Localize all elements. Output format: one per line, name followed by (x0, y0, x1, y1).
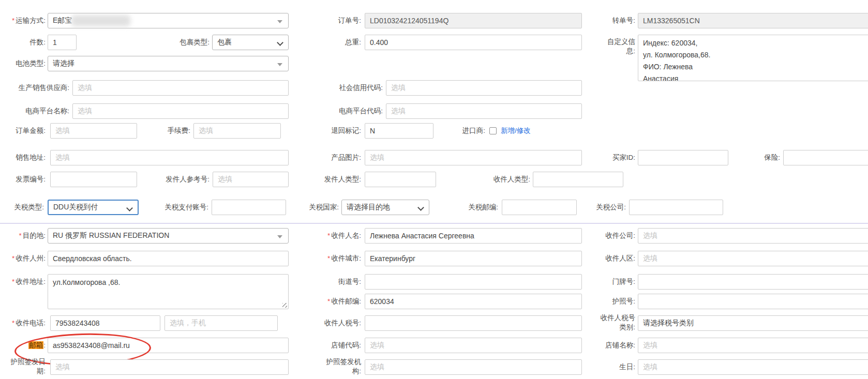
platform-name-input[interactable]: 选填 (72, 103, 289, 119)
importer-checkbox[interactable] (489, 127, 497, 134)
shipping-order-form: *运输方式: E邮宝 订单号: LD0103242124051194Q 转单号:… (0, 0, 868, 379)
house-no-label: 门牌号: (590, 274, 635, 290)
shop-code-input[interactable]: 选填 (365, 338, 582, 353)
invoice-no-label: 发票编号: (0, 172, 46, 187)
receiver-company-label: 收件公司: (590, 228, 635, 244)
passport-no-label: 护照号: (590, 294, 635, 309)
total-weight-input[interactable]: 0.400 (365, 35, 582, 50)
handling-fee-input[interactable]: 选填 (193, 123, 281, 139)
battery-type-select[interactable]: 请选择 (48, 56, 289, 71)
dropdown-arrow-icon (277, 63, 282, 66)
sender-type-input[interactable] (365, 172, 436, 187)
buyer-id-label: 买家ID: (590, 150, 635, 165)
receiver-name-label: *收件人名: (290, 228, 361, 244)
receiver-tax-type-select[interactable]: 请选择税号类别 (638, 315, 868, 331)
order-no-input[interactable]: LD0103242124051194Q (365, 13, 582, 28)
receiver-tax-no-input[interactable] (365, 315, 582, 331)
sender-ref-no-input[interactable]: 选填 (213, 172, 289, 187)
pieces-input[interactable]: 1 (48, 35, 77, 50)
required-star: * (19, 232, 21, 239)
duty-country-label: 关税国家: (287, 200, 339, 215)
required-star: * (327, 232, 330, 239)
receiver-company-input[interactable]: 选填 (638, 228, 868, 244)
duty-type-label: 关税类型: (0, 200, 44, 215)
insurance-label: 保险: (735, 150, 780, 165)
destination-select[interactable]: RU 俄罗斯 RUSSIAN FEDERATION (48, 228, 289, 244)
street-no-input[interactable] (365, 274, 582, 290)
buyer-id-input[interactable] (638, 150, 728, 165)
receiver-state-input[interactable]: Свердловская область. (48, 251, 289, 266)
dropdown-arrow-icon (277, 235, 282, 238)
return-flag-label: 退回标记: (290, 123, 361, 139)
select-chevron-icon (417, 204, 424, 211)
receiver-type-input[interactable] (533, 172, 623, 187)
shop-name-input[interactable]: 选填 (638, 338, 868, 353)
passport-issue-date-input[interactable]: 选填 (50, 359, 289, 375)
receiver-mobile-input[interactable]: 选填，手机 (164, 315, 278, 331)
duty-country-select[interactable]: 请选择目的地 (341, 200, 429, 215)
receiver-zip-label: *收件邮编: (290, 294, 361, 309)
social-credit-code-label: 社会信用代码: (290, 80, 383, 96)
shop-code-label: 店铺代码: (290, 338, 361, 353)
platform-code-label: 电商平台代码: (290, 103, 383, 119)
receiver-address-textarea[interactable]: ул.Колмогорова ,68. (48, 274, 289, 309)
duty-pay-account-input[interactable] (212, 200, 286, 215)
transfer-no-label: 转单号: (590, 13, 635, 28)
importer-label: 进口商: (440, 123, 485, 139)
shop-name-label: 店铺名称: (590, 338, 635, 353)
sales-address-input[interactable]: 选填 (50, 150, 289, 165)
custom-info-textarea[interactable]: Индекс: 620034, ул. Колмогорова,68. ФИО:… (638, 35, 868, 81)
section-divider (0, 223, 868, 224)
receiver-zip-input[interactable]: 620034 (365, 294, 582, 309)
manufacturer-input[interactable]: 选填 (72, 80, 289, 96)
receiver-district-label: 收件人区: (590, 251, 635, 266)
order-amount-label: 订单金额: (0, 123, 46, 139)
manufacturer-label: 生产销售供应商: (0, 80, 69, 96)
duty-zip-label: 关税邮编: (429, 200, 498, 215)
required-star: * (12, 17, 14, 24)
receiver-city-input[interactable]: Екатеринбург (365, 251, 582, 266)
product-image-input[interactable]: 选填 (365, 150, 582, 165)
insurance-input[interactable] (783, 150, 868, 165)
package-type-select[interactable]: 包裹 (212, 35, 289, 50)
required-star: * (327, 297, 330, 305)
birthday-input[interactable]: 选填 (638, 359, 868, 375)
passport-issuer-label: 护照签发机构: (290, 357, 361, 376)
street-no-label: 街道号: (290, 274, 361, 290)
receiver-city-label: *收件城市: (290, 251, 361, 266)
social-credit-code-input[interactable]: 选填 (386, 80, 582, 96)
required-star: * (12, 254, 14, 262)
receiver-phone-input[interactable]: 79538243408 (50, 315, 160, 331)
sales-address-label: 销售地址: (0, 150, 46, 165)
order-amount-input[interactable]: 选填 (50, 123, 137, 139)
destination-label: *目的地: (0, 228, 46, 244)
passport-no-input[interactable] (638, 294, 868, 309)
receiver-state-label: *收件人州: (0, 251, 46, 266)
passport-issuer-input[interactable]: 选填 (365, 359, 582, 375)
redaction-blur (71, 15, 130, 26)
duty-company-label: 关税公司: (564, 200, 626, 215)
platform-code-input[interactable]: 选填 (386, 103, 582, 119)
email-input[interactable]: as9538243408@mail.ru (48, 338, 289, 353)
passport-issue-date-label: 护照签发日期: (0, 357, 46, 376)
resize-handle[interactable] (282, 303, 287, 308)
dropdown-arrow-icon (277, 20, 282, 23)
house-no-input[interactable] (638, 274, 868, 290)
product-image-label: 产品图片: (290, 150, 361, 165)
importer-add-edit-link[interactable]: 新增/修改 (501, 123, 531, 139)
shipping-method-label: *运输方式: (0, 13, 46, 28)
pieces-label: 件数: (0, 35, 46, 50)
sender-type-label: 发件人类型: (290, 172, 361, 187)
total-weight-label: 总重: (290, 35, 361, 50)
receiver-phone-label: *收件电话: (0, 315, 46, 331)
required-star: * (327, 254, 330, 262)
receiver-name-input[interactable]: Лежнева Анастасия Сергеевна (365, 228, 582, 244)
duty-company-input[interactable] (629, 200, 723, 215)
receiver-district-input[interactable]: 选填 (638, 251, 868, 266)
handling-fee-label: 手续费: (150, 123, 190, 139)
return-flag-input[interactable]: N (365, 123, 433, 139)
receiver-type-label: 收件人类型: (466, 172, 530, 187)
package-type-label: 包裹类型: (160, 35, 209, 50)
sender-ref-no-label: 发件人参考号: (109, 172, 209, 187)
transfer-no-input[interactable]: LM133265051CN (638, 13, 868, 28)
